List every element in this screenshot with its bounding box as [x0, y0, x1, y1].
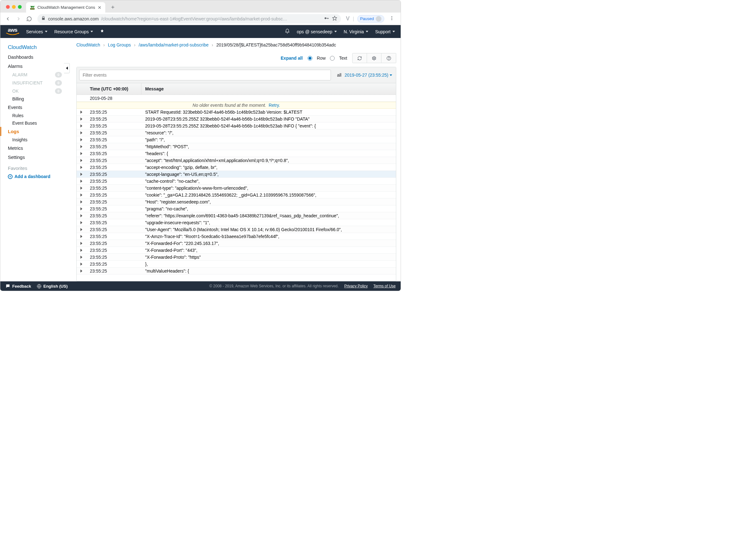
sidebar-subitem-ok[interactable]: OK0: [0, 87, 69, 95]
back-button[interactable]: [3, 14, 12, 23]
expand-row-icon[interactable]: [77, 242, 86, 245]
log-row[interactable]: 23:55:25"User-Agent": "Mozilla/5.0 (Maci…: [77, 226, 396, 233]
log-row[interactable]: 23:55:25"accept-encoding": "gzip, deflat…: [77, 164, 396, 171]
sidebar-subitem-insufficient[interactable]: INSUFFICIENT0: [0, 79, 69, 87]
expand-row-icon[interactable]: [77, 249, 86, 252]
language-selector[interactable]: English (US): [37, 284, 68, 288]
nav-support[interactable]: Support: [375, 29, 395, 34]
window-minimize-icon[interactable]: [12, 5, 16, 9]
log-row[interactable]: 23:55:25"X-Amzn-Trace-Id": "Root=1-5cedc…: [77, 233, 396, 240]
log-row[interactable]: 23:55:252019-05-28T23:55:25.255Z 323bebb…: [77, 116, 396, 123]
log-row[interactable]: 23:55:25START RequestId: 323bebb0-524f-4…: [77, 109, 396, 116]
expand-row-icon[interactable]: [77, 235, 86, 238]
expand-row-icon[interactable]: [77, 228, 86, 231]
profile-paused-chip[interactable]: Paused: [357, 15, 384, 23]
nav-account[interactable]: ops @ sensedeep: [297, 29, 337, 34]
expand-row-icon[interactable]: [77, 200, 86, 204]
url-bar[interactable]: console.aws.amazon.com/cloudwatch/home?r…: [37, 14, 341, 24]
sidebar-subitem-insights[interactable]: Insights: [0, 136, 69, 144]
log-row[interactable]: 23:55:25"X-Forwarded-Port": "443",: [77, 247, 396, 254]
expand-row-icon[interactable]: [77, 138, 86, 141]
sidebar-item-logs[interactable]: Logs: [0, 127, 69, 136]
notifications-icon[interactable]: [285, 29, 290, 35]
add-dashboard-link[interactable]: + Add a dashboard: [0, 173, 69, 180]
feedback-link[interactable]: Feedback: [5, 283, 31, 288]
aws-logo[interactable]: aws: [6, 27, 19, 36]
crumb-group[interactable]: /aws/lambda/market-prod-subscribe: [139, 42, 209, 47]
log-row[interactable]: 23:55:25"Host": "register.sensedeep.com"…: [77, 199, 396, 205]
browser-tab[interactable]: CloudWatch Management Cons ✕: [26, 2, 105, 13]
expand-row-icon[interactable]: [77, 111, 86, 114]
radio-text[interactable]: [330, 56, 335, 61]
log-row[interactable]: 23:55:25"accept": "text/html,application…: [77, 157, 396, 164]
log-row[interactable]: 23:55:25"httpMethod": "POST",: [77, 143, 396, 150]
table-body[interactable]: 2019-05-28 No older events found at the …: [77, 95, 396, 281]
expand-row-icon[interactable]: [77, 221, 86, 224]
log-row[interactable]: 23:55:25"cookie": "_ga=GA1.2.239148426.1…: [77, 192, 396, 199]
log-row[interactable]: 23:55:25"cache-control": "no-cache",: [77, 178, 396, 185]
refresh-button[interactable]: [353, 53, 367, 63]
sidebar-subitem-billing[interactable]: Billing: [0, 95, 69, 103]
crumb-loggroups[interactable]: Log Groups: [108, 42, 131, 47]
tab-close-icon[interactable]: ✕: [98, 5, 101, 10]
log-row[interactable]: 23:55:25"multiValueHeaders": {: [77, 268, 396, 274]
expand-row-icon[interactable]: [77, 124, 86, 128]
filter-events-input[interactable]: [79, 70, 331, 80]
nav-region[interactable]: N. Virginia: [344, 29, 368, 34]
brave-icon[interactable]: V: [346, 15, 350, 22]
terms-link[interactable]: Terms of Use: [373, 284, 396, 288]
window-maximize-icon[interactable]: [18, 5, 22, 9]
col-time-header[interactable]: Time (UTC +00:00): [86, 83, 141, 95]
expand-all-link[interactable]: Expand all: [281, 56, 303, 61]
expand-row-icon[interactable]: [77, 263, 86, 266]
log-row[interactable]: 23:55:25"X-Forwarded-Proto": "https": [77, 254, 396, 261]
forward-button[interactable]: [14, 14, 23, 23]
expand-row-icon[interactable]: [77, 180, 86, 183]
expand-row-icon[interactable]: [77, 173, 86, 176]
expand-row-icon[interactable]: [77, 214, 86, 217]
nav-pin-icon[interactable]: [100, 29, 104, 34]
sidebar-item-dashboards[interactable]: Dashboards: [0, 52, 69, 62]
filter-date-picker[interactable]: 2019-05-27 (23:55:25): [345, 73, 392, 78]
col-message-header[interactable]: Message: [141, 83, 396, 95]
sidebar-item-events[interactable]: Events: [0, 103, 69, 112]
browser-menu-icon[interactable]: [387, 16, 396, 22]
crumb-cloudwatch[interactable]: CloudWatch: [76, 42, 100, 47]
log-row[interactable]: 23:55:25"accept-language": "en-US,en;q=0…: [77, 171, 396, 178]
expand-row-icon[interactable]: [77, 152, 86, 155]
sidebar-subitem-alarm[interactable]: ALARM0: [0, 71, 69, 79]
sidebar-item-metrics[interactable]: Metrics: [0, 144, 69, 153]
log-row[interactable]: 23:55:25"resource": "/",: [77, 129, 396, 136]
expand-row-icon[interactable]: [77, 145, 86, 148]
sidebar-subitem-event-buses[interactable]: Event Buses: [0, 119, 69, 127]
expand-row-icon[interactable]: [77, 270, 86, 272]
log-row[interactable]: 23:55:252019-05-28T23:55:25.255Z 323bebb…: [77, 123, 396, 129]
scope-all-label[interactable]: all: [337, 73, 342, 78]
expand-row-icon[interactable]: [77, 159, 86, 162]
log-row[interactable]: 23:55:25"upgrade-insecure-requests": "1"…: [77, 219, 396, 226]
help-button[interactable]: [381, 53, 396, 63]
sidebar-brand[interactable]: CloudWatch: [0, 42, 69, 52]
key-icon[interactable]: [324, 16, 329, 22]
expand-row-icon[interactable]: [77, 118, 86, 121]
expand-row-icon[interactable]: [77, 131, 86, 134]
reload-button[interactable]: [25, 14, 34, 23]
log-row[interactable]: 23:55:25"headers": {: [77, 150, 396, 157]
sidebar-item-alarms[interactable]: Alarms: [0, 62, 69, 71]
new-tab-button[interactable]: ＋: [108, 3, 117, 11]
sidebar-item-settings[interactable]: Settings: [0, 153, 69, 162]
settings-button[interactable]: [367, 53, 381, 63]
log-row[interactable]: 23:55:25"referer": "https://example.com/…: [77, 212, 396, 219]
nav-services[interactable]: Services: [26, 29, 47, 34]
sidebar-subitem-rules[interactable]: Rules: [0, 112, 69, 119]
log-row[interactable]: 23:55:25"X-Forwarded-For": "220.245.163.…: [77, 240, 396, 247]
log-row[interactable]: 23:55:25"pragma": "no-cache",: [77, 205, 396, 212]
window-close-icon[interactable]: [6, 5, 10, 9]
expand-row-icon[interactable]: [77, 187, 86, 190]
star-icon[interactable]: [332, 16, 337, 22]
expand-row-icon[interactable]: [77, 194, 86, 197]
nav-resource-groups[interactable]: Resource Groups: [54, 29, 93, 34]
log-row[interactable]: 23:55:25},: [77, 261, 396, 268]
privacy-link[interactable]: Privacy Policy: [344, 284, 368, 288]
retry-link[interactable]: Retry.: [269, 103, 280, 108]
